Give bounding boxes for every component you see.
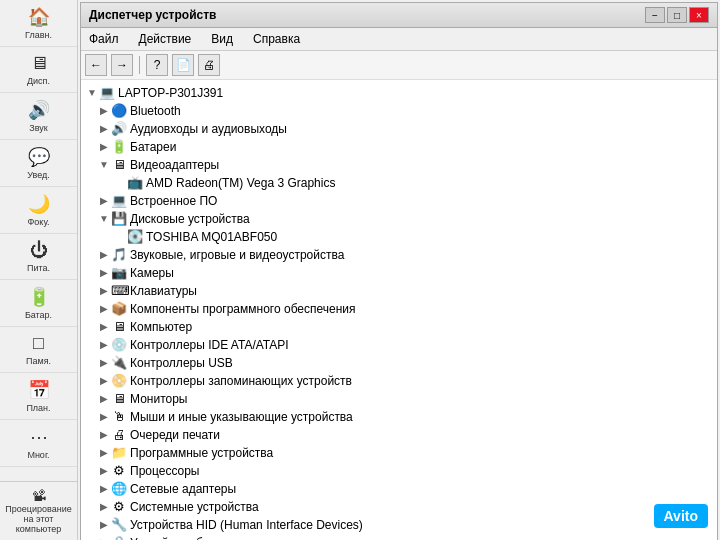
- tree-item-label: Мониторы: [130, 392, 187, 406]
- tree-item-label: Программные устройства: [130, 446, 273, 460]
- tree-device-icon: 📦: [111, 301, 127, 317]
- tree-device-icon: 🔌: [111, 355, 127, 371]
- settings-label-4: Фоку.: [28, 217, 50, 227]
- tree-item[interactable]: ▶📷Камеры: [81, 264, 717, 282]
- back-button[interactable]: ←: [85, 54, 107, 76]
- settings-label-5: Пита.: [27, 263, 50, 273]
- device-tree: ▼ 💻 LAPTOP-P301J391 ▶🔵Bluetooth▶🔊Аудиовх…: [81, 80, 717, 540]
- tree-device-icon: 🖥: [111, 391, 127, 407]
- tree-item-label: Батареи: [130, 140, 176, 154]
- settings-icon-1: 🖥: [30, 53, 48, 74]
- tree-device-icon: 📁: [111, 445, 127, 461]
- tree-item-label: Контроллеры запоминающих устройств: [130, 374, 352, 388]
- close-button[interactable]: ×: [689, 7, 709, 23]
- settings-item-5[interactable]: ⏻Пита.: [0, 234, 77, 280]
- tree-item-label: AMD Radeon(TM) Vega 3 Graphics: [146, 176, 335, 190]
- tree-item[interactable]: ▶📦Компоненты программного обеспечения: [81, 300, 717, 318]
- settings-item-9[interactable]: ⋯Мног.: [0, 420, 77, 467]
- settings-item-1[interactable]: 🖥Дисп.: [0, 47, 77, 93]
- menu-item-справка[interactable]: Справка: [249, 30, 304, 48]
- menu-item-действие[interactable]: Действие: [135, 30, 196, 48]
- settings-icon-4: 🌙: [28, 193, 50, 215]
- tree-item-label: Компьютер: [130, 320, 192, 334]
- tree-expand-icon: ▶: [97, 518, 111, 532]
- tree-device-icon: ⚙: [111, 463, 127, 479]
- settings-item-7[interactable]: □Памя.: [0, 327, 77, 373]
- tree-item[interactable]: ▶⚙Процессоры: [81, 462, 717, 480]
- settings-item-8[interactable]: 📅План.: [0, 373, 77, 420]
- settings-item-0[interactable]: 🏠Главн.: [0, 0, 77, 47]
- tree-item[interactable]: ▶🌐Сетевые адаптеры: [81, 480, 717, 498]
- tree-root[interactable]: ▼ 💻 LAPTOP-P301J391: [81, 84, 717, 102]
- help-button[interactable]: ?: [146, 54, 168, 76]
- tree-item[interactable]: ▶📁Программные устройства: [81, 444, 717, 462]
- maximize-button[interactable]: □: [667, 7, 687, 23]
- tree-item[interactable]: ▶🔒Устройства безопасности: [81, 534, 717, 540]
- tree-device-icon: 📷: [111, 265, 127, 281]
- tree-expand-icon: ▶: [97, 500, 111, 514]
- settings-icon-9: ⋯: [30, 426, 48, 448]
- tree-expand-icon: [113, 176, 127, 190]
- settings-label-8: План.: [26, 403, 50, 413]
- tree-item[interactable]: ▶🎵Звуковые, игровые и видеоустройства: [81, 246, 717, 264]
- settings-icon-3: 💬: [28, 146, 50, 168]
- tree-device-icon: 💻: [111, 193, 127, 209]
- tree-item[interactable]: 💽TOSHIBA MQ01ABF050: [81, 228, 717, 246]
- tree-item[interactable]: ▶💿Контроллеры IDE ATA/ATAPI: [81, 336, 717, 354]
- tree-item-label: Bluetooth: [130, 104, 181, 118]
- toolbar-separator-1: [139, 56, 140, 74]
- tree-item[interactable]: ▶⌨Клавиатуры: [81, 282, 717, 300]
- tree-device-icon: 🔧: [111, 517, 127, 533]
- settings-label-6: Батар.: [25, 310, 52, 320]
- settings-item-4[interactable]: 🌙Фоку.: [0, 187, 77, 234]
- properties-button[interactable]: 📄: [172, 54, 194, 76]
- print-button[interactable]: 🖨: [198, 54, 220, 76]
- forward-button[interactable]: →: [111, 54, 133, 76]
- tree-item[interactable]: ▶🖥Мониторы: [81, 390, 717, 408]
- tree-expand-icon: ▶: [97, 320, 111, 334]
- project-to-pc[interactable]: 📽 Проецирование на этот компьютер: [0, 481, 77, 540]
- tree-item-label: Встроенное ПО: [130, 194, 217, 208]
- settings-item-3[interactable]: 💬Увед.: [0, 140, 77, 187]
- tree-item[interactable]: ▶🔵Bluetooth: [81, 102, 717, 120]
- tree-expand-icon: ▶: [97, 104, 111, 118]
- tree-item-label: Видеоадаптеры: [130, 158, 219, 172]
- tree-expand-icon: ▼: [97, 212, 111, 226]
- menu-item-файл[interactable]: Файл: [85, 30, 123, 48]
- tree-item[interactable]: ▼🖥Видеоадаптеры: [81, 156, 717, 174]
- tree-item[interactable]: ▶⚙Системные устройства: [81, 498, 717, 516]
- tree-item[interactable]: ▶🖥Компьютер: [81, 318, 717, 336]
- tree-device-icon: ⚙: [111, 499, 127, 515]
- tree-item-label: Контроллеры IDE ATA/ATAPI: [130, 338, 289, 352]
- tree-expand-icon: ▶: [97, 248, 111, 262]
- tree-device-icon: 💽: [127, 229, 143, 245]
- tree-item[interactable]: ▼💾Дисковые устройства: [81, 210, 717, 228]
- settings-item-2[interactable]: 🔊Звук: [0, 93, 77, 140]
- minimize-button[interactable]: −: [645, 7, 665, 23]
- tree-item[interactable]: ▶🔊Аудиовходы и аудиовыходы: [81, 120, 717, 138]
- settings-item-6[interactable]: 🔋Батар.: [0, 280, 77, 327]
- tree-device-icon: ⌨: [111, 283, 127, 299]
- tree-item[interactable]: ▶🔧Устройства HID (Human Interface Device…: [81, 516, 717, 534]
- menu-item-вид[interactable]: Вид: [207, 30, 237, 48]
- tree-item[interactable]: ▶🖱Мыши и иные указывающие устройства: [81, 408, 717, 426]
- tree-expand-icon: ▼: [97, 158, 111, 172]
- settings-sidebar: 🏠Главн.🖥Дисп.🔊Звук💬Увед.🌙Фоку.⏻Пита.🔋Бат…: [0, 0, 78, 540]
- tree-expand-icon: ▶: [97, 410, 111, 424]
- tree-expand-icon: ▶: [97, 194, 111, 208]
- tree-expand-icon: ▶: [97, 266, 111, 280]
- tree-device-icon: 🖨: [111, 427, 127, 443]
- tree-item[interactable]: ▶💻Встроенное ПО: [81, 192, 717, 210]
- tree-item[interactable]: ▶🔋Батареи: [81, 138, 717, 156]
- settings-icon-7: □: [33, 333, 44, 354]
- tree-item[interactable]: ▶🔌Контроллеры USB: [81, 354, 717, 372]
- tree-item[interactable]: 📺AMD Radeon(TM) Vega 3 Graphics: [81, 174, 717, 192]
- tree-device-icon: 🎵: [111, 247, 127, 263]
- tree-device-icon: 📀: [111, 373, 127, 389]
- tree-item[interactable]: ▶🖨Очереди печати: [81, 426, 717, 444]
- main-content: Диспетчер устройств − □ × ФайлДействиеВи…: [78, 0, 720, 540]
- tree-expand-icon: ▶: [97, 464, 111, 478]
- tree-item[interactable]: ▶📀Контроллеры запоминающих устройств: [81, 372, 717, 390]
- settings-icon-5: ⏻: [30, 240, 48, 261]
- tree-item-label: Клавиатуры: [130, 284, 197, 298]
